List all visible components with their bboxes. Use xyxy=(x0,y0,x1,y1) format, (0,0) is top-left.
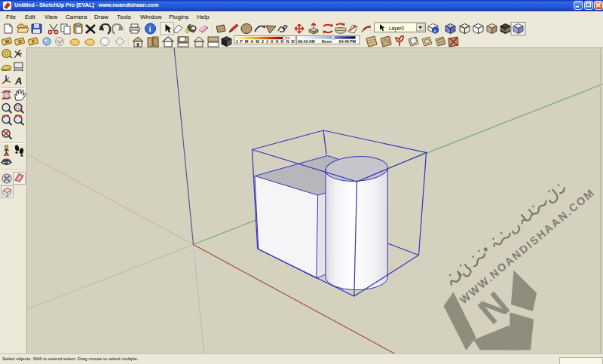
svg-text:JFMAMJJASOND: JFMAMJJASOND xyxy=(236,39,297,44)
svg-text:Noon: Noon xyxy=(322,39,332,44)
svg-text:Layer0: Layer0 xyxy=(389,26,404,32)
svg-text:06:43 AM: 06:43 AM xyxy=(298,39,315,44)
svg-text:04:46 PM: 04:46 PM xyxy=(339,39,357,44)
svg-text:i: i xyxy=(434,28,436,33)
svg-text:i: i xyxy=(149,25,152,33)
svg-text:A: A xyxy=(14,75,22,87)
